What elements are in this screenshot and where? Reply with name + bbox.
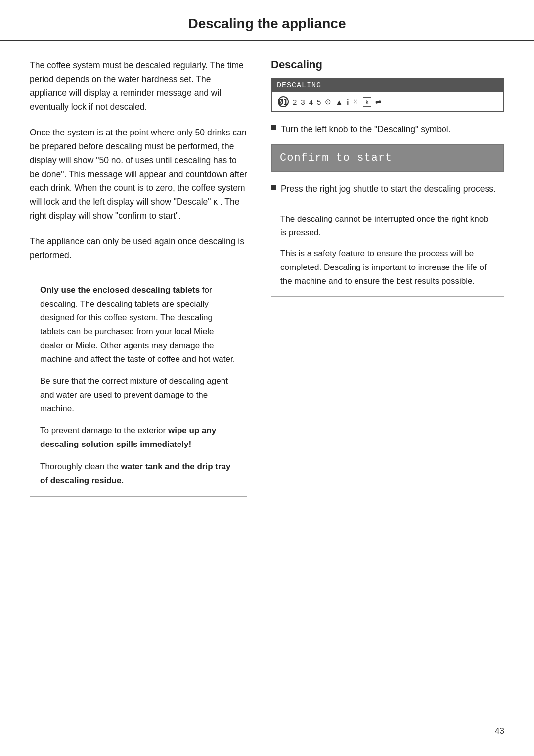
- bullet-text-2: Press the right jog shuttle to start the…: [281, 182, 496, 196]
- bullet-item-2: Press the right jog shuttle to start the…: [271, 182, 504, 196]
- warning-box-para-1: Only use the enclosed descaling tablets …: [40, 283, 237, 366]
- display-icon-5: 5: [317, 98, 321, 106]
- bullet-item-1: Turn the left knob to the "Descaling" sy…: [271, 122, 504, 136]
- display-icon-dots: ⁙: [353, 97, 359, 106]
- display-icon-info: i: [347, 98, 349, 106]
- display-icon-k: k: [363, 97, 371, 107]
- intro-paragraph-2: Once the system is at the point where on…: [30, 126, 247, 222]
- warning-box-para-2: Be sure that the correct mixture of desc…: [40, 374, 237, 416]
- page-title: Descaling the appliance: [0, 0, 534, 41]
- page-number: 43: [495, 726, 504, 736]
- bullet-text-1: Turn the left knob to the "Descaling" sy…: [281, 122, 450, 136]
- info-para-1: The descaling cannot be interrupted once…: [280, 212, 495, 240]
- intro-paragraph-3: The appliance can only be used again onc…: [30, 234, 247, 262]
- bullet-square-2: [271, 185, 276, 190]
- display-icon-2: 2: [293, 98, 297, 106]
- display-icon-3: 3: [301, 98, 305, 106]
- display-icons-row: Ø1 2 3 4 5 ⊙ ▲ i ⁙ k ⇌: [271, 92, 504, 112]
- info-box: The descaling cannot be interrupted once…: [271, 204, 504, 297]
- display-icon-4: 4: [309, 98, 313, 106]
- display-icon-power: ⊙: [325, 97, 331, 106]
- display-icon-1: Ø1: [278, 96, 289, 107]
- display-icon-lock: ▲: [335, 98, 343, 106]
- bullet-square-1: [271, 125, 276, 130]
- right-column: Descaling DESCALING Ø1 2 3 4 5 ⊙ ▲ i ⁙ k…: [271, 58, 504, 497]
- display-panel-header: DESCALING: [271, 78, 504, 92]
- descaling-section-heading: Descaling: [271, 58, 504, 71]
- display-icon-arrow: ⇌: [375, 97, 382, 106]
- warning-box-para-4: Thoroughly clean the water tank and the …: [40, 460, 237, 488]
- intro-paragraph-1: The coffee system must be descaled regul…: [30, 58, 247, 114]
- warning-box-para-3: To prevent damage to the exterior wipe u…: [40, 424, 237, 451]
- warning-box: Only use the enclosed descaling tablets …: [30, 274, 247, 497]
- left-column: The coffee system must be descaled regul…: [30, 58, 247, 497]
- confirm-display: Confirm to start: [271, 144, 504, 172]
- info-para-2: This is a safety feature to ensure the p…: [280, 247, 495, 288]
